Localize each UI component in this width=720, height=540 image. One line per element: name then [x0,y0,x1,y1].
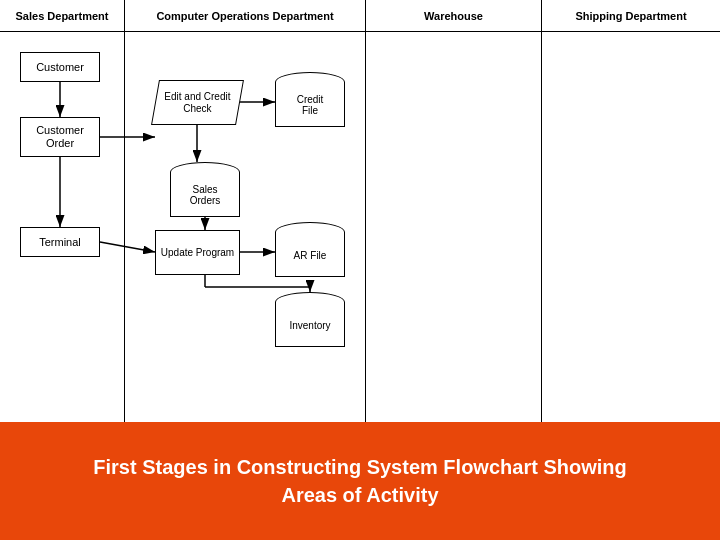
inventory-label: Inventory [289,319,330,330]
credit-file-label: Credit File [293,94,328,116]
customer-order-box: Customer Order [20,117,100,157]
sales-orders-label: Sales Orders [188,184,223,206]
col-sales: Customer Customer Order Terminal [0,32,125,422]
col-comp: Edit and Credit Check Credit File Sales … [125,32,366,422]
header-sales-label: Sales Department [16,10,109,22]
terminal-label: Terminal [39,236,81,248]
terminal-box: Terminal [20,227,100,257]
customer-label: Customer [36,61,84,73]
col-shipping [542,32,720,422]
sales-orders-cylinder: Sales Orders [170,162,240,217]
col-warehouse [366,32,542,422]
edit-credit-label: Edit and Credit Check [156,91,239,115]
footer-line1: First Stages in Constructing System Flow… [93,453,626,481]
header-sales: Sales Department [0,0,125,31]
inventory-cylinder: Inventory [275,292,345,347]
footer-line2: Areas of Activity [93,481,626,509]
update-program-label: Update Program [161,247,234,259]
ar-file-label: AR File [294,249,327,260]
header-comp: Computer Operations Department [125,0,366,31]
footer-text: First Stages in Constructing System Flow… [93,453,626,509]
customer-order-label: Customer Order [21,124,99,150]
ar-file-cylinder: AR File [275,222,345,277]
header-shipping-label: Shipping Department [575,10,686,22]
credit-file-cylinder: Credit File [275,72,345,127]
edit-credit-box: Edit and Credit Check [151,80,244,125]
header-warehouse: Warehouse [366,0,542,31]
header-comp-label: Computer Operations Department [156,10,333,22]
header-warehouse-label: Warehouse [424,10,483,22]
customer-box: Customer [20,52,100,82]
header-shipping: Shipping Department [542,0,720,31]
update-program-box: Update Program [155,230,240,275]
footer-banner: First Stages in Constructing System Flow… [0,422,720,540]
content-area: Customer Customer Order Terminal Edit an… [0,32,720,422]
